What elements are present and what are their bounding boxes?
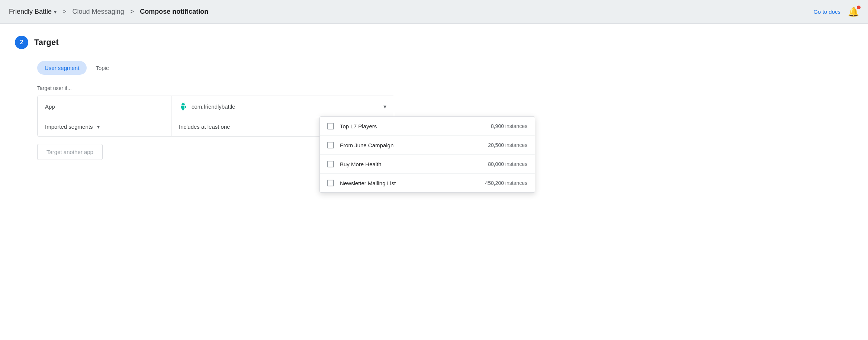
app-label: App (38, 96, 171, 117)
filter-table: App com.friendlybattle ▾ Imported segmen… (37, 96, 394, 137)
app-name[interactable]: Friendly Battle ▾ (9, 8, 57, 16)
section-header: 2 Target (15, 36, 853, 49)
tab-user-segment[interactable]: User segment (37, 61, 87, 75)
goto-docs-link[interactable]: Go to docs (813, 9, 840, 15)
product-name: Cloud Messaging (73, 8, 124, 16)
app-value[interactable]: com.friendlybattle ▾ (171, 96, 394, 117)
includes-value[interactable]: Includes at least one ▾ Top L7 Players 8… (171, 117, 394, 136)
app-name-text: Friendly Battle (9, 8, 52, 16)
topbar: Friendly Battle ▾ > Cloud Messaging > Co… (0, 0, 868, 24)
segment-count-2: 80,000 instances (488, 161, 527, 167)
tabs-row: User segment Topic (37, 61, 853, 75)
dropdown-item-0[interactable]: Top L7 Players 8,900 instances (320, 117, 535, 136)
main-content: 2 Target User segment Topic Target user … (0, 24, 868, 340)
filter-row-app: App com.friendlybattle ▾ (38, 96, 394, 117)
app-dropdown-arrow[interactable]: ▾ (383, 103, 386, 110)
segment-name-1: From June Campaign (340, 142, 482, 148)
target-user-label: Target user if... (37, 85, 853, 91)
breadcrumb-separator: > (62, 8, 67, 16)
dropdown-item-3[interactable]: Newsletter Mailing List 450,200 instance… (320, 174, 535, 192)
segment-count-0: 8,900 instances (491, 123, 527, 129)
dropdown-item-2[interactable]: Buy More Health 80,000 instances (320, 155, 535, 174)
segment-dropdown-arrow[interactable]: ▾ (97, 124, 100, 130)
segment-count-1: 20,500 instances (488, 142, 527, 148)
checkbox-top-l7[interactable] (327, 123, 334, 129)
segment-dropdown-panel: Top L7 Players 8,900 instances From June… (319, 116, 535, 193)
app-dropdown-chevron[interactable]: ▾ (54, 9, 57, 15)
section-title: Target (34, 38, 59, 47)
segment-name-2: Buy More Health (340, 161, 482, 167)
checkbox-newsletter[interactable] (327, 180, 334, 186)
content-inner: User segment Topic Target user if... App (37, 61, 853, 160)
imported-segments-label[interactable]: Imported segments ▾ (38, 117, 171, 136)
target-another-app-button[interactable]: Target another app (37, 144, 103, 160)
breadcrumb: Friendly Battle ▾ > Cloud Messaging > Co… (9, 8, 208, 16)
step-badge: 2 (15, 36, 28, 49)
filter-row-segments: Imported segments ▾ Includes at least on… (38, 117, 394, 136)
android-icon (179, 102, 188, 111)
breadcrumb-separator-2: > (130, 8, 134, 16)
dropdown-item-1[interactable]: From June Campaign 20,500 instances (320, 136, 535, 155)
segment-name-0: Top L7 Players (340, 123, 485, 129)
checkbox-june-campaign[interactable] (327, 142, 334, 148)
notification-badge (857, 6, 861, 9)
segment-count-3: 450,200 instances (485, 180, 527, 186)
topbar-right: Go to docs 🔔 (813, 7, 859, 17)
segment-name-3: Newsletter Mailing List (340, 180, 479, 186)
checkbox-buy-more-health[interactable] (327, 161, 334, 167)
includes-text: Includes at least one (179, 124, 230, 130)
app-id-text: com.friendlybattle (192, 103, 383, 110)
current-page-title: Compose notification (140, 8, 208, 16)
bell-icon[interactable]: 🔔 (848, 7, 859, 17)
tab-topic[interactable]: Topic (88, 61, 116, 75)
